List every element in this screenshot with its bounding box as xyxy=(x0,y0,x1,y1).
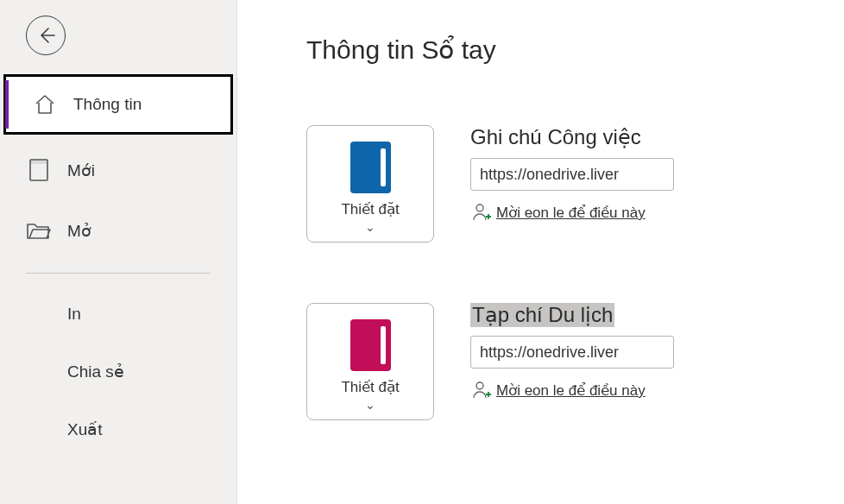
notebook-url-field[interactable]: https://onedrive.liver xyxy=(470,158,674,191)
sidebar-divider xyxy=(26,273,211,274)
person-add-icon xyxy=(470,379,493,401)
nav-item-open[interactable]: Mở xyxy=(0,200,236,261)
notebook-settings-button[interactable]: Thiết đặt ⌄ xyxy=(306,125,434,243)
notebook-title: Ghi chú Công việc xyxy=(470,125,729,149)
nav-label: Mở xyxy=(67,221,91,241)
chevron-down-icon: ⌄ xyxy=(365,220,375,234)
sidebar: Thông tin Mới Mở In Chia sẻ Xuất xyxy=(0,0,237,504)
person-add-icon xyxy=(470,201,493,224)
invite-text: Mời eon le để điều này xyxy=(496,381,646,400)
svg-rect-1 xyxy=(30,160,47,164)
home-icon xyxy=(32,91,58,117)
svg-point-2 xyxy=(476,205,483,211)
notebook-settings-button[interactable]: Thiết đặt ⌄ xyxy=(306,303,434,420)
invite-text: Mời eon le để điều này xyxy=(496,204,646,222)
main-panel: Thông tin Sổ tay Thiết đặt ⌄ Ghi chú Côn… xyxy=(237,0,844,504)
nav-item-new[interactable]: Mới xyxy=(0,140,236,200)
invite-link[interactable]: Mời eon le để điều này xyxy=(470,379,729,401)
folder-open-icon xyxy=(26,217,52,243)
nav-item-print[interactable]: In xyxy=(0,286,236,343)
arrow-left-icon xyxy=(35,25,56,46)
page-icon xyxy=(26,157,52,183)
notebook-icon xyxy=(350,142,391,193)
nav-item-share[interactable]: Chia sẻ xyxy=(0,343,236,400)
nav-item-info[interactable]: Thông tin xyxy=(3,74,233,135)
notebook-title: Tạp chí Du lịch xyxy=(470,303,729,336)
notebook-details: Tạp chí Du lịch https://onedrive.liver M… xyxy=(470,303,729,401)
nav-label: Mới xyxy=(67,161,95,180)
back-button[interactable] xyxy=(26,16,66,55)
notebook-url-field[interactable]: https://onedrive.liver xyxy=(470,336,674,369)
notebook-row: Thiết đặt ⌄ Ghi chú Công việc https://on… xyxy=(306,125,844,243)
svg-point-3 xyxy=(476,382,483,389)
chevron-down-icon: ⌄ xyxy=(365,398,375,412)
nav-label: Thông tin xyxy=(73,95,142,114)
notebook-row: Thiết đặt ⌄ Tạp chí Du lịch https://oned… xyxy=(306,303,844,420)
notebook-details: Ghi chú Công việc https://onedrive.liver… xyxy=(470,125,729,224)
nav-item-export[interactable]: Xuất xyxy=(0,400,236,458)
settings-label: Thiết đặt xyxy=(341,378,399,396)
page-title: Thông tin Sổ tay xyxy=(306,35,844,65)
settings-label: Thiết đặt xyxy=(341,200,399,218)
invite-link[interactable]: Mời eon le để điều này xyxy=(470,201,729,224)
notebook-icon xyxy=(350,319,391,371)
